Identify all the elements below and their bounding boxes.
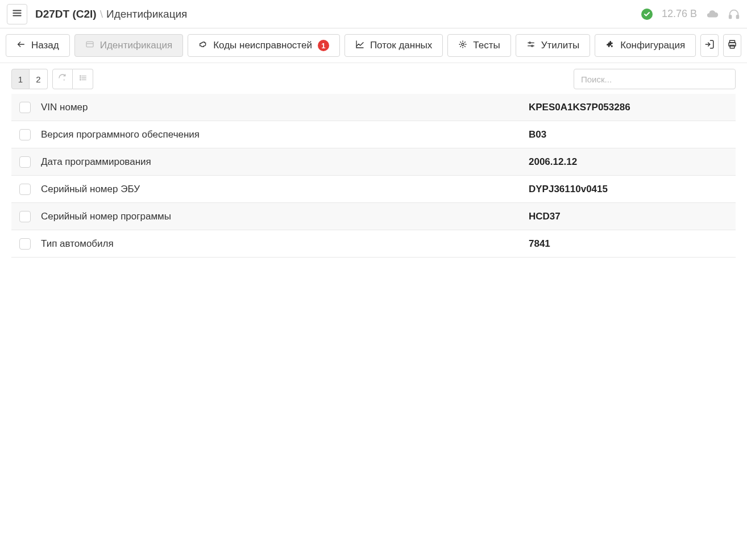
row-value: B03 [529, 129, 728, 140]
row-label: Дата программирования [41, 156, 529, 168]
page-group: 1 2 [11, 69, 48, 89]
cloud-icon[interactable] [706, 8, 719, 20]
svg-point-32 [80, 80, 80, 80]
svg-point-21 [529, 42, 530, 44]
identification-label: Идентификация [100, 40, 172, 51]
breadcrumb-part1: D27DT (C2I) [35, 8, 97, 20]
table-row: Версия программного обеспечения B03 [11, 121, 736, 148]
svg-rect-3 [729, 15, 732, 18]
puzzle-icon [605, 40, 615, 52]
row-checkbox[interactable] [19, 102, 31, 113]
row-checkbox[interactable] [19, 238, 31, 250]
svg-text:x: x [63, 78, 65, 81]
sliders-icon [526, 40, 536, 52]
table-row: VIN номер KPES0A1KS7P053286 [11, 94, 736, 121]
headset-icon[interactable] [728, 8, 740, 20]
export-button[interactable] [700, 34, 719, 57]
table-row: Дата программирования 2006.12.12 [11, 148, 736, 176]
row-checkbox[interactable] [19, 156, 31, 168]
chart-icon [355, 40, 364, 52]
svg-point-10 [462, 43, 464, 45]
row-value: HCD37 [529, 211, 728, 222]
configuration-label: Конфигурация [620, 40, 685, 51]
row-value: 7841 [529, 238, 728, 250]
svg-point-28 [80, 76, 80, 76]
svg-line-15 [460, 42, 461, 42]
row-value: 2006.12.12 [529, 156, 728, 168]
page-2-button[interactable]: 2 [30, 69, 48, 89]
tests-label: Тесты [473, 40, 500, 51]
svg-line-18 [465, 42, 466, 42]
menu-button[interactable] [7, 4, 27, 24]
back-button[interactable]: Назад [6, 34, 70, 57]
tests-tab[interactable]: Тесты [447, 34, 511, 57]
svg-point-30 [80, 77, 80, 78]
identification-tab[interactable]: Идентификация [74, 34, 183, 57]
sub-toolbar: 1 2 x [0, 63, 747, 94]
row-label: Серийный номер программы [41, 211, 529, 222]
configuration-tab[interactable]: Конфигурация [595, 34, 696, 57]
row-checkbox[interactable] [19, 211, 31, 222]
voltage-readout: 12.76 В [662, 8, 697, 20]
row-value: DYPJ36110v0415 [529, 184, 728, 195]
datastream-tab[interactable]: Поток данных [345, 34, 443, 57]
breadcrumb: D27DT (C2I) \ Идентификация [35, 8, 187, 20]
utilities-label: Утилиты [541, 40, 580, 51]
search-wrap [574, 69, 736, 89]
hamburger-icon [12, 8, 22, 20]
breadcrumb-part2: Идентификация [106, 8, 187, 20]
table-row: Серийный номер ЭБУ DYPJ36110v0415 [11, 176, 736, 203]
sun-icon [458, 40, 467, 52]
row-checkbox[interactable] [19, 184, 31, 195]
table-row: Тип автомобиля 7841 [11, 230, 736, 258]
row-value: KPES0A1KS7P053286 [529, 102, 728, 113]
print-icon [727, 39, 737, 52]
data-table: VIN номер KPES0A1KS7P053286 Версия прогр… [0, 94, 747, 258]
search-input[interactable] [574, 69, 736, 89]
svg-rect-4 [737, 15, 739, 18]
svg-point-22 [531, 45, 533, 47]
breadcrumb-separator: \ [100, 8, 103, 20]
dtc-tab[interactable]: Коды неисправностей 1 [188, 34, 340, 57]
svg-line-17 [460, 46, 461, 47]
identification-icon [85, 40, 94, 52]
back-label: Назад [31, 40, 59, 51]
arrow-left-icon [16, 40, 26, 52]
row-label: Тип автомобиля [41, 238, 529, 250]
status-ok-icon [641, 9, 653, 20]
engine-icon [198, 40, 208, 52]
header-right: 12.76 В [641, 8, 740, 20]
list-view-button[interactable] [73, 69, 93, 89]
refresh-clear-button[interactable]: x [52, 69, 73, 89]
page-1-button[interactable]: 1 [11, 69, 30, 89]
svg-line-16 [465, 46, 466, 47]
print-button[interactable] [723, 34, 741, 57]
table-row: Серийный номер программы HCD37 [11, 203, 736, 230]
datastream-label: Поток данных [370, 40, 432, 51]
row-label: Серийный номер ЭБУ [41, 184, 529, 195]
refresh-x-icon: x [58, 73, 67, 85]
dtc-badge: 1 [318, 40, 329, 51]
utilities-tab[interactable]: Утилиты [516, 34, 591, 57]
dtc-label: Коды неисправностей [213, 40, 312, 51]
app-header: D27DT (C2I) \ Идентификация 12.76 В [0, 0, 747, 28]
row-label: VIN номер [41, 102, 529, 113]
list-icon [78, 73, 88, 85]
row-label: Версия программного обеспечения [41, 129, 529, 140]
row-checkbox[interactable] [19, 129, 31, 140]
main-toolbar: Назад Идентификация Коды неисправностей … [0, 28, 747, 63]
svg-rect-6 [86, 42, 93, 47]
export-icon [704, 39, 715, 52]
